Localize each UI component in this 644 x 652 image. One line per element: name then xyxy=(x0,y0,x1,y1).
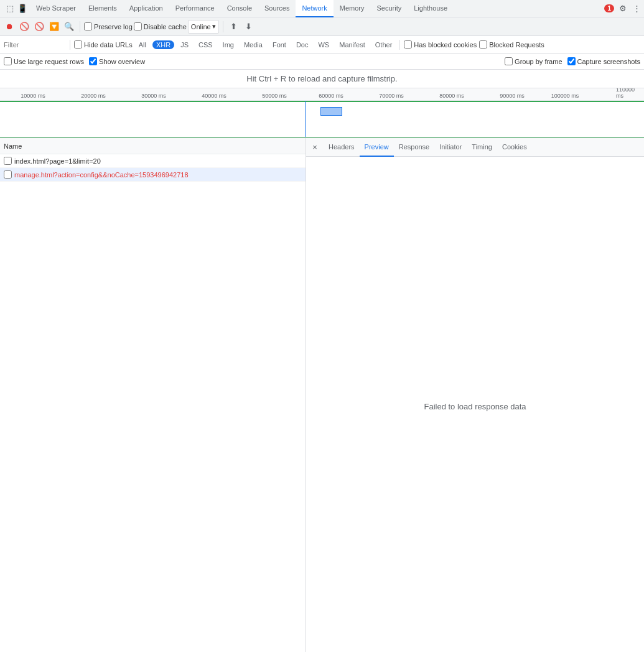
row-checkbox-2[interactable] xyxy=(4,170,12,179)
close-panel-btn[interactable]: × xyxy=(309,141,321,154)
large-rows-label[interactable]: Use large request rows xyxy=(4,57,84,65)
filter-css[interactable]: CSS xyxy=(195,40,217,49)
capture-screenshots-checkbox[interactable] xyxy=(567,57,576,65)
tick-3: 40000 ms xyxy=(202,93,226,100)
all-label[interactable]: All xyxy=(135,40,150,49)
panel-header: Name xyxy=(0,138,306,154)
large-rows-checkbox[interactable] xyxy=(4,57,12,65)
name-column-header: Name xyxy=(4,142,22,150)
show-overview-checkbox[interactable] xyxy=(89,57,97,65)
detail-tabs: × Headers Preview Response Initiator Tim… xyxy=(306,138,644,157)
filter-js[interactable]: JS xyxy=(177,40,192,49)
search-btn[interactable]: 🔍 xyxy=(62,20,76,34)
tab-web-scraper[interactable]: Web Scraper xyxy=(30,0,82,17)
filter-toggle-btn[interactable]: 🔽 xyxy=(47,20,61,34)
tab-performance[interactable]: Performance xyxy=(169,0,221,17)
filter-img[interactable]: Img xyxy=(219,40,238,49)
detail-content: Failed to load response data xyxy=(306,157,644,652)
tab-initiator[interactable]: Initiator xyxy=(434,138,467,157)
options-bar: Use large request rows Show overview Gro… xyxy=(0,54,644,70)
timeline-area[interactable]: 10000 ms 20000 ms 30000 ms 40000 ms 5000… xyxy=(0,88,644,138)
tab-timing[interactable]: Timing xyxy=(467,138,497,157)
filter-input[interactable] xyxy=(4,41,66,49)
tick-8: 90000 ms xyxy=(500,93,525,100)
tab-response[interactable]: Response xyxy=(394,138,435,157)
device-icon[interactable]: 📱 xyxy=(17,4,27,14)
main-content: Name index.html?page=1&limit=20 manage.h… xyxy=(0,138,644,652)
stop-btn[interactable]: 🚫 xyxy=(17,20,31,34)
failed-message: Failed to load response data xyxy=(424,402,526,411)
tick-4: 50000 ms xyxy=(262,93,287,100)
filter-font[interactable]: Font xyxy=(269,40,290,49)
disable-cache-checkbox[interactable] xyxy=(134,22,142,30)
capture-screenshots-label[interactable]: Capture screenshots xyxy=(567,57,641,65)
toolbar: ⏺ 🚫 🚫 🔽 🔍 Preserve log Disable cache Onl… xyxy=(0,17,644,36)
error-badge: 1 xyxy=(604,4,614,12)
preserve-log-label[interactable]: Preserve log xyxy=(84,22,133,30)
filter-manifest[interactable]: Manifest xyxy=(335,40,369,49)
tab-lighthouse[interactable]: Lighthouse xyxy=(408,0,454,17)
tab-cookies[interactable]: Cookies xyxy=(497,138,532,157)
filter-bar: Hide data URLs All XHR JS CSS Img Media … xyxy=(0,36,644,54)
tick-0: 10000 ms xyxy=(21,93,45,100)
export-btn[interactable]: ⬇ xyxy=(242,20,256,34)
tab-sources[interactable]: Sources xyxy=(258,0,296,17)
table-row[interactable]: manage.html?action=config&&noCache=15934… xyxy=(0,168,306,182)
preserve-log-checkbox[interactable] xyxy=(84,22,92,30)
settings-icon[interactable]: ⚙ xyxy=(618,4,628,14)
tab-elements[interactable]: Elements xyxy=(82,0,123,17)
tick-2: 30000 ms xyxy=(141,93,166,100)
tick-1: 20000 ms xyxy=(81,93,106,100)
toolbar-divider-2 xyxy=(223,21,223,32)
tab-bar: ⬚ 📱 Web Scraper Elements Application Per… xyxy=(0,0,644,17)
tab-preview[interactable]: Preview xyxy=(360,138,394,157)
filter-doc[interactable]: Doc xyxy=(292,40,312,49)
filmstrip-message: Hit Ctrl + R to reload and capture films… xyxy=(0,70,644,88)
row-checkbox-1[interactable] xyxy=(4,157,12,165)
inspect-icon[interactable]: ⬚ xyxy=(5,4,15,14)
record-btn[interactable]: ⏺ xyxy=(2,20,16,34)
tab-bar-icons: ⬚ 📱 xyxy=(2,4,30,14)
blue-marker xyxy=(305,101,306,138)
request-name-1: index.html?page=1&limit=20 xyxy=(14,157,302,165)
table-row[interactable]: index.html?page=1&limit=20 xyxy=(0,154,306,168)
has-blocked-label[interactable]: Has blocked cookies xyxy=(404,40,477,49)
filter-xhr[interactable]: XHR xyxy=(152,40,174,49)
blocked-requests-checkbox[interactable] xyxy=(479,40,487,49)
tab-memory[interactable]: Memory xyxy=(334,0,371,17)
tab-headers[interactable]: Headers xyxy=(324,138,360,157)
tick-5: 60000 ms xyxy=(319,93,343,100)
tick-9: 100000 ms xyxy=(551,93,579,100)
tab-console[interactable]: Console xyxy=(221,0,258,17)
left-panel: Name index.html?page=1&limit=20 manage.h… xyxy=(0,138,306,652)
timeline-bar-area xyxy=(0,101,644,138)
tab-application[interactable]: Application xyxy=(123,0,169,17)
hide-data-urls-checkbox[interactable] xyxy=(74,40,82,49)
filter-ws[interactable]: WS xyxy=(314,40,333,49)
clear-btn[interactable]: 🚫 xyxy=(32,20,46,34)
filter-media[interactable]: Media xyxy=(240,40,266,49)
filter-divider-1 xyxy=(70,40,70,50)
right-panel: × Headers Preview Response Initiator Tim… xyxy=(306,138,644,652)
import-btn[interactable]: ⬆ xyxy=(227,20,241,34)
tick-6: 70000 ms xyxy=(379,93,404,100)
group-by-frame-checkbox[interactable] xyxy=(505,57,513,65)
throttle-select[interactable]: Online ▾ xyxy=(188,20,219,34)
filter-other[interactable]: Other xyxy=(371,40,396,49)
group-by-frame-label[interactable]: Group by frame xyxy=(505,57,562,65)
tick-10: 110000 ms xyxy=(616,88,635,100)
tab-bar-right: 1 ⚙ ⋮ xyxy=(604,4,642,14)
throttle-arrow: ▾ xyxy=(212,22,216,30)
blocked-requests-label[interactable]: Blocked Requests xyxy=(479,40,544,49)
tick-7: 80000 ms xyxy=(439,93,464,100)
has-blocked-checkbox[interactable] xyxy=(404,40,412,49)
green-line-bottom xyxy=(0,137,644,138)
more-icon[interactable]: ⋮ xyxy=(632,4,642,14)
show-overview-label[interactable]: Show overview xyxy=(89,57,145,65)
disable-cache-label[interactable]: Disable cache xyxy=(134,22,187,30)
tab-network[interactable]: Network xyxy=(296,0,333,17)
toolbar-divider-1 xyxy=(80,21,80,32)
hide-data-urls-label[interactable]: Hide data URLs xyxy=(74,40,133,49)
timeline-ruler: 10000 ms 20000 ms 30000 ms 40000 ms 5000… xyxy=(0,88,644,101)
tab-security[interactable]: Security xyxy=(370,0,408,17)
